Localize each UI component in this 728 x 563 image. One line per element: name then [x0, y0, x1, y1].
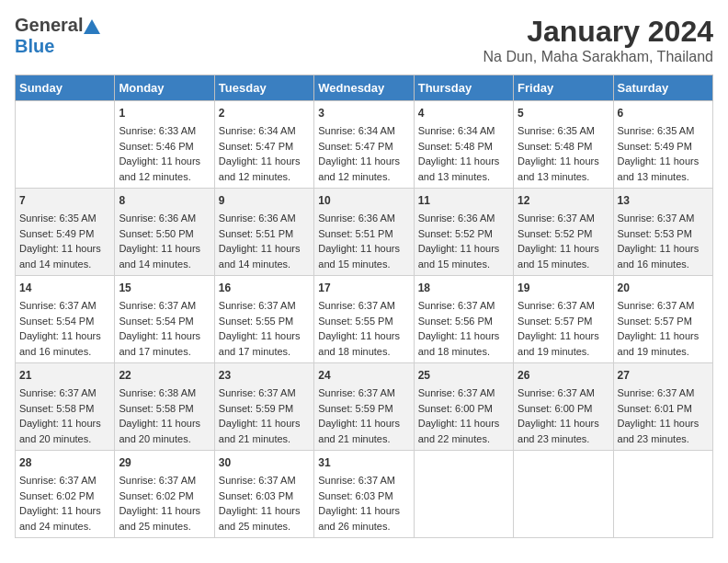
calendar-cell: 17Sunrise: 6:37 AMSunset: 5:55 PMDayligh… — [314, 276, 414, 363]
sunrise-text: Sunrise: 6:37 AM — [418, 300, 495, 311]
daylight-text: Daylight: 11 hours and 19 minutes. — [518, 330, 599, 357]
daylight-text: Daylight: 11 hours and 16 minutes. — [19, 330, 101, 357]
daylight-text: Daylight: 11 hours and 14 minutes. — [119, 243, 200, 270]
calendar-cell: 23Sunrise: 6:37 AMSunset: 5:59 PMDayligh… — [214, 363, 313, 451]
sunrise-text: Sunrise: 6:35 AM — [518, 125, 595, 136]
sunset-text: Sunset: 5:53 PM — [618, 228, 692, 239]
daylight-text: Daylight: 11 hours and 15 minutes. — [318, 243, 400, 270]
logo-triangle-icon — [84, 19, 100, 34]
calendar-cell: 14Sunrise: 6:37 AMSunset: 5:54 PMDayligh… — [16, 276, 115, 363]
sunrise-text: Sunrise: 6:37 AM — [518, 213, 595, 224]
sunrise-text: Sunrise: 6:34 AM — [318, 125, 395, 136]
day-number: 21 — [19, 367, 110, 384]
calendar-cell: 12Sunrise: 6:37 AMSunset: 5:52 PMDayligh… — [514, 189, 613, 276]
sunset-text: Sunset: 6:01 PM — [618, 403, 692, 414]
calendar-cell: 27Sunrise: 6:37 AMSunset: 6:01 PMDayligh… — [613, 363, 712, 451]
day-number: 8 — [119, 192, 210, 209]
day-number: 1 — [119, 105, 210, 121]
sunrise-text: Sunrise: 6:37 AM — [19, 387, 97, 398]
sunset-text: Sunset: 5:57 PM — [618, 316, 692, 327]
daylight-text: Daylight: 11 hours and 22 minutes. — [418, 418, 500, 444]
day-number: 31 — [318, 454, 409, 471]
daylight-text: Daylight: 11 hours and 17 minutes. — [119, 330, 200, 357]
sunset-text: Sunset: 6:03 PM — [318, 490, 392, 501]
sunset-text: Sunset: 6:00 PM — [518, 403, 592, 414]
daylight-text: Daylight: 11 hours and 18 minutes. — [418, 330, 500, 357]
day-number: 6 — [618, 105, 709, 121]
sunset-text: Sunset: 5:56 PM — [418, 316, 493, 327]
daylight-text: Daylight: 11 hours and 20 minutes. — [119, 418, 200, 444]
logo-general: General — [15, 15, 83, 36]
calendar-week-3: 14Sunrise: 6:37 AMSunset: 5:54 PMDayligh… — [16, 276, 713, 363]
daylight-text: Daylight: 11 hours and 13 minutes. — [418, 155, 500, 182]
calendar-cell: 15Sunrise: 6:37 AMSunset: 5:54 PMDayligh… — [115, 276, 214, 363]
title-area: January 2024 Na Dun, Maha Sarakham, Thai… — [483, 15, 713, 65]
calendar-week-4: 21Sunrise: 6:37 AMSunset: 5:58 PMDayligh… — [16, 363, 713, 451]
sunset-text: Sunset: 5:48 PM — [518, 141, 592, 152]
daylight-text: Daylight: 11 hours and 14 minutes. — [219, 243, 301, 270]
day-number: 3 — [318, 105, 409, 121]
calendar-cell: 16Sunrise: 6:37 AMSunset: 5:55 PMDayligh… — [214, 276, 313, 363]
sunrise-text: Sunrise: 6:38 AM — [119, 387, 196, 398]
sunset-text: Sunset: 5:49 PM — [618, 141, 692, 152]
calendar-cell: 10Sunrise: 6:36 AMSunset: 5:51 PMDayligh… — [314, 189, 414, 276]
daylight-text: Daylight: 11 hours and 12 minutes. — [318, 155, 400, 182]
daylight-text: Daylight: 11 hours and 15 minutes. — [418, 243, 500, 270]
daylight-text: Daylight: 11 hours and 19 minutes. — [618, 330, 700, 357]
sunset-text: Sunset: 5:48 PM — [418, 141, 493, 152]
day-number: 26 — [518, 367, 609, 384]
sunset-text: Sunset: 5:51 PM — [318, 228, 392, 239]
calendar-cell: 18Sunrise: 6:37 AMSunset: 5:56 PMDayligh… — [414, 276, 513, 363]
sunset-text: Sunset: 6:02 PM — [19, 490, 94, 501]
day-number: 23 — [219, 367, 310, 384]
daylight-text: Daylight: 11 hours and 21 minutes. — [219, 418, 301, 444]
sunset-text: Sunset: 5:58 PM — [19, 403, 94, 414]
sunset-text: Sunset: 5:47 PM — [318, 141, 392, 152]
sunrise-text: Sunrise: 6:37 AM — [318, 475, 395, 486]
daylight-text: Daylight: 11 hours and 25 minutes. — [219, 505, 301, 532]
calendar-cell: 7Sunrise: 6:35 AMSunset: 5:49 PMDaylight… — [16, 189, 115, 276]
day-number: 10 — [318, 192, 409, 209]
daylight-text: Daylight: 11 hours and 25 minutes. — [119, 505, 200, 532]
calendar-table: SundayMondayTuesdayWednesdayThursdayFrid… — [15, 75, 713, 538]
weekday-header-saturday: Saturday — [613, 75, 712, 101]
daylight-text: Daylight: 11 hours and 16 minutes. — [618, 243, 700, 270]
sunset-text: Sunset: 6:03 PM — [219, 490, 293, 501]
calendar-week-5: 28Sunrise: 6:37 AMSunset: 6:02 PMDayligh… — [16, 451, 713, 538]
calendar-cell: 9Sunrise: 6:36 AMSunset: 5:51 PMDaylight… — [214, 189, 313, 276]
weekday-header-wednesday: Wednesday — [314, 75, 414, 101]
daylight-text: Daylight: 11 hours and 18 minutes. — [318, 330, 400, 357]
calendar-cell: 5Sunrise: 6:35 AMSunset: 5:48 PMDaylight… — [514, 101, 613, 189]
sunrise-text: Sunrise: 6:37 AM — [618, 387, 695, 398]
day-number: 20 — [618, 280, 709, 296]
location-title: Na Dun, Maha Sarakham, Thailand — [483, 49, 713, 65]
daylight-text: Daylight: 11 hours and 26 minutes. — [318, 505, 400, 532]
day-number: 5 — [518, 105, 609, 121]
daylight-text: Daylight: 11 hours and 17 minutes. — [219, 330, 301, 357]
day-number: 11 — [418, 192, 509, 209]
logo-blue: Blue — [15, 36, 54, 57]
day-number: 13 — [618, 192, 709, 209]
calendar-week-1: 1Sunrise: 6:33 AMSunset: 5:46 PMDaylight… — [16, 101, 713, 189]
sunrise-text: Sunrise: 6:37 AM — [19, 475, 97, 486]
calendar-cell: 19Sunrise: 6:37 AMSunset: 5:57 PMDayligh… — [514, 276, 613, 363]
calendar-cell: 11Sunrise: 6:36 AMSunset: 5:52 PMDayligh… — [414, 189, 513, 276]
calendar-body: 1Sunrise: 6:33 AMSunset: 5:46 PMDaylight… — [16, 101, 713, 538]
day-number: 28 — [19, 454, 110, 471]
sunset-text: Sunset: 5:59 PM — [318, 403, 392, 414]
page-header: General Blue January 2024 Na Dun, Maha S… — [15, 15, 713, 65]
weekday-header-row: SundayMondayTuesdayWednesdayThursdayFrid… — [16, 75, 713, 101]
calendar-cell: 24Sunrise: 6:37 AMSunset: 5:59 PMDayligh… — [314, 363, 414, 451]
sunset-text: Sunset: 5:55 PM — [219, 316, 293, 327]
sunset-text: Sunset: 6:00 PM — [418, 403, 493, 414]
day-number: 2 — [219, 105, 310, 121]
sunset-text: Sunset: 5:52 PM — [518, 228, 592, 239]
calendar-cell — [16, 101, 115, 189]
calendar-cell: 28Sunrise: 6:37 AMSunset: 6:02 PMDayligh… — [16, 451, 115, 538]
sunrise-text: Sunrise: 6:37 AM — [418, 387, 495, 398]
sunrise-text: Sunrise: 6:37 AM — [19, 300, 97, 311]
sunrise-text: Sunrise: 6:37 AM — [318, 387, 395, 398]
day-number: 4 — [418, 105, 509, 121]
calendar-cell: 13Sunrise: 6:37 AMSunset: 5:53 PMDayligh… — [613, 189, 712, 276]
sunrise-text: Sunrise: 6:35 AM — [618, 125, 695, 136]
